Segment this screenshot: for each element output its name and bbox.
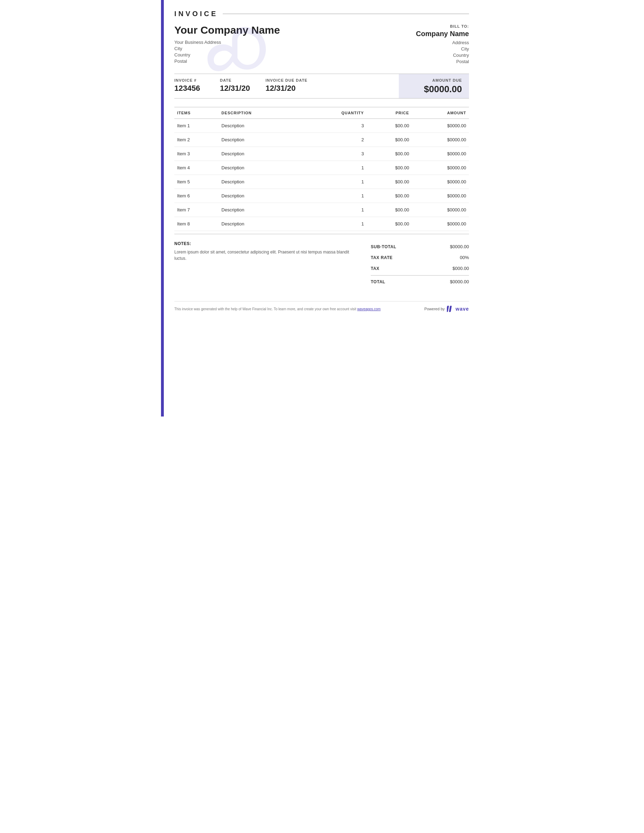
- table-row: Item 1 Description 3 $00.00 $0000.00: [174, 119, 469, 133]
- due-date-label: INVOICE DUE DATE: [266, 78, 308, 82]
- item-description: Description: [219, 175, 301, 189]
- date-cell: DATE 12/31/20: [220, 74, 266, 98]
- invoice-number-label: INVOICE #: [174, 78, 213, 82]
- item-description: Description: [219, 133, 301, 147]
- invoice-meta-row: INVOICE # 123456 DATE 12/31/20 INVOICE D…: [174, 74, 469, 98]
- item-amount: $0000.00: [412, 161, 469, 175]
- invoice-title-row: INVOICE: [174, 10, 469, 18]
- item-amount: $0000.00: [412, 189, 469, 203]
- col-header-items: ITEMS: [174, 107, 219, 119]
- bill-to-postal: Postal: [399, 59, 469, 64]
- total-label: TOTAL: [371, 280, 385, 284]
- total-row: TOTAL $0000.00: [371, 275, 469, 287]
- item-price: $00.00: [367, 161, 412, 175]
- footer-description: This invoice was generated with the help…: [174, 307, 356, 311]
- amount-due-label: AMOUNT DUE: [406, 78, 462, 82]
- table-row: Item 3 Description 3 $00.00 $0000.00: [174, 147, 469, 161]
- item-amount: $0000.00: [412, 119, 469, 133]
- company-city: City: [174, 46, 399, 51]
- item-price: $00.00: [367, 203, 412, 217]
- item-quantity: 3: [302, 147, 367, 161]
- accent-bar: [161, 0, 164, 416]
- items-table: ITEMS DESCRIPTION QUANTITY PRICE AMOUNT …: [174, 107, 469, 231]
- item-price: $00.00: [367, 119, 412, 133]
- amount-due-cell: AMOUNT DUE $0000.00: [399, 74, 469, 98]
- item-amount: $0000.00: [412, 203, 469, 217]
- svg-rect-0: [447, 306, 449, 312]
- bill-to-city: City: [399, 46, 469, 51]
- tax-rate-row: TAX RATE 00%: [371, 252, 469, 263]
- wave-icon: [447, 306, 455, 312]
- due-date-cell: INVOICE DUE DATE 12/31/20: [266, 74, 315, 98]
- invoice-number-value: 123456: [174, 84, 213, 93]
- bill-to-country: Country: [399, 53, 469, 58]
- item-amount: $0000.00: [412, 217, 469, 231]
- table-row: Item 8 Description 1 $00.00 $0000.00: [174, 217, 469, 231]
- item-amount: $0000.00: [412, 147, 469, 161]
- wave-brand-name: wave: [456, 306, 469, 312]
- bottom-section: NOTES: Lorem ipsum dolor sit amet, conse…: [174, 234, 469, 287]
- tax-rate-label: TAX RATE: [371, 255, 393, 260]
- header-section: Your Company Name Your Business Address …: [174, 24, 469, 65]
- subtotal-label: SUB-TOTAL: [371, 244, 396, 249]
- item-quantity: 3: [302, 119, 367, 133]
- date-label: DATE: [220, 78, 259, 82]
- invoice-title: INVOICE: [174, 10, 218, 18]
- wave-logo: wave: [447, 306, 469, 312]
- item-name: Item 3: [174, 147, 219, 161]
- title-line: [223, 14, 469, 14]
- item-description: Description: [219, 203, 301, 217]
- item-price: $00.00: [367, 189, 412, 203]
- item-price: $00.00: [367, 175, 412, 189]
- item-price: $00.00: [367, 133, 412, 147]
- amount-due-value: $0000.00: [406, 84, 462, 95]
- company-info: Your Company Name Your Business Address …: [174, 24, 399, 65]
- company-address: Your Business Address: [174, 40, 399, 45]
- invoice-number-cell: INVOICE # 123456: [174, 74, 220, 98]
- notes-section: NOTES: Lorem ipsum dolor sit amet, conse…: [174, 241, 364, 287]
- item-description: Description: [219, 161, 301, 175]
- item-name: Item 1: [174, 119, 219, 133]
- footer-link[interactable]: waveapps.com: [357, 307, 381, 311]
- tax-value: $000.00: [452, 266, 469, 271]
- due-date-value: 12/31/20: [266, 84, 308, 93]
- item-name: Item 8: [174, 217, 219, 231]
- bill-to-company: Company Name: [399, 30, 469, 38]
- table-row: Item 6 Description 1 $00.00 $0000.00: [174, 189, 469, 203]
- tax-rate-value: 00%: [460, 255, 469, 260]
- date-value: 12/31/20: [220, 84, 259, 93]
- table-header-row: ITEMS DESCRIPTION QUANTITY PRICE AMOUNT: [174, 107, 469, 119]
- item-amount: $0000.00: [412, 175, 469, 189]
- item-quantity: 1: [302, 189, 367, 203]
- item-name: Item 5: [174, 175, 219, 189]
- tax-label: TAX: [371, 266, 380, 271]
- item-quantity: 1: [302, 203, 367, 217]
- table-row: Item 4 Description 1 $00.00 $0000.00: [174, 161, 469, 175]
- col-header-quantity: QUANTITY: [302, 107, 367, 119]
- notes-label: NOTES:: [174, 241, 350, 246]
- item-quantity: 1: [302, 217, 367, 231]
- item-quantity: 1: [302, 161, 367, 175]
- bill-to-address: Address: [399, 40, 469, 45]
- bill-to-section: BILL TO: Company Name Address City Count…: [399, 24, 469, 65]
- bill-to-label: BILL TO:: [399, 24, 469, 28]
- item-description: Description: [219, 217, 301, 231]
- item-name: Item 4: [174, 161, 219, 175]
- item-amount: $0000.00: [412, 133, 469, 147]
- footer: This invoice was generated with the help…: [174, 301, 469, 312]
- invoice-page: INVOICE Your Company Name Your Business …: [161, 0, 483, 416]
- col-header-amount: AMOUNT: [412, 107, 469, 119]
- company-country: Country: [174, 52, 399, 58]
- col-header-price: PRICE: [367, 107, 412, 119]
- item-quantity: 1: [302, 175, 367, 189]
- subtotal-value: $0000.00: [450, 244, 469, 249]
- item-description: Description: [219, 147, 301, 161]
- footer-text: This invoice was generated with the help…: [174, 307, 381, 311]
- company-postal: Postal: [174, 59, 399, 64]
- total-value: $0000.00: [450, 279, 469, 284]
- item-name: Item 2: [174, 133, 219, 147]
- item-description: Description: [219, 189, 301, 203]
- subtotal-row: SUB-TOTAL $0000.00: [371, 241, 469, 252]
- svg-rect-1: [449, 306, 452, 312]
- item-price: $00.00: [367, 217, 412, 231]
